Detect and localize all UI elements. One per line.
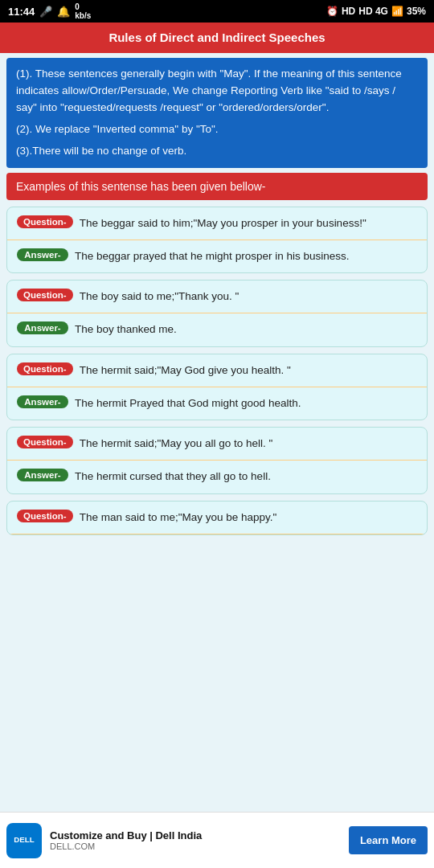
status-right: ⏰ HD HD 4G 📶 35%: [326, 6, 426, 17]
question-badge-1: Question-: [17, 215, 73, 228]
question-badge-4: Question-: [17, 436, 73, 448]
question-text-4: The hermit said;"May you all go to hell.…: [80, 436, 417, 452]
ad-bar: DELL Customize and Buy | Dell India DELL…: [0, 812, 434, 868]
page-title: Rules of Direct and Indirect Speeches: [108, 31, 325, 44]
status-bar: 11:44 🎤 🔔 0kb/s ⏰ HD HD 4G 📶 35%: [0, 0, 434, 23]
answer-badge-2: Answer-: [17, 321, 68, 334]
rules-block: (1). These sentences generally begin wit…: [6, 58, 428, 168]
question-row-1: Question- The beggar said to him;"May yo…: [7, 207, 427, 240]
answer-badge-1: Answer-: [17, 248, 68, 261]
qa-card-2: Question- The boy said to me;"Thank you.…: [6, 280, 428, 347]
ad-text-block: Customize and Buy | Dell India DELL.COM: [50, 829, 341, 851]
question-row-2: Question- The boy said to me;"Thank you.…: [7, 280, 427, 313]
question-badge-5: Question-: [17, 510, 73, 522]
ad-domain: DELL.COM: [50, 841, 341, 851]
answer-badge-3: Answer-: [17, 395, 68, 408]
answer-text-1: The beggar prayed that he might prosper …: [75, 248, 417, 264]
question-badge-3: Question-: [17, 362, 73, 375]
question-row-4: Question- The hermit said;"May you all g…: [7, 428, 427, 461]
question-badge-2: Question-: [17, 289, 73, 301]
battery-icon: 35%: [407, 6, 426, 17]
question-row-5: Question- The man said to me;"May you be…: [7, 502, 427, 534]
qa-card-1: Question- The beggar said to him;"May yo…: [6, 207, 428, 274]
question-text-1: The beggar said to him;"May you prosper …: [80, 215, 417, 231]
question-text-5: The man said to me;"May you be happy.": [80, 510, 417, 526]
answer-row-1: Answer- The beggar prayed that he might …: [7, 240, 427, 272]
alarm-icon: ⏰: [326, 6, 338, 17]
ad-title: Customize and Buy | Dell India: [50, 829, 341, 841]
time: 11:44: [8, 6, 35, 18]
ad-logo: DELL: [6, 823, 42, 858]
svg-text:DELL: DELL: [14, 834, 35, 843]
examples-label: Examples of this sentense has been given…: [16, 180, 266, 193]
signal-icon: 📶: [391, 6, 403, 17]
question-text-2: The boy said to me;"Thank you. ": [80, 289, 417, 305]
qa-card-3: Question- The hermit said;"May God give …: [6, 354, 428, 421]
examples-bar: Examples of this sentense has been given…: [6, 173, 428, 200]
data-icon: 0kb/s: [75, 2, 91, 20]
qa-card-4: Question- The hermit said;"May you all g…: [6, 427, 428, 494]
question-row-3: Question- The hermit said;"May God give …: [7, 354, 427, 387]
status-left: 11:44 🎤 🔔 0kb/s: [8, 2, 91, 20]
answer-text-2: The boy thanked me.: [75, 321, 417, 338]
learn-more-button[interactable]: Learn More: [349, 826, 428, 854]
notification-icon: 🔔: [57, 6, 70, 18]
rule-2: (2). We replace "Inverted comma" by "To"…: [16, 121, 418, 138]
rule-3: (3).There will be no change of verb.: [16, 143, 418, 160]
page-title-bar: Rules of Direct and Indirect Speeches: [0, 23, 434, 53]
answer-row-3: Answer- The hermit Prayed that God might…: [7, 387, 427, 420]
answer-row-4: Answer- The hermit cursed that they all …: [7, 461, 427, 493]
mic-icon: 🎤: [39, 6, 52, 18]
network-icon: HD 4G: [358, 6, 388, 17]
qa-card-5: Question- The man said to me;"May you be…: [6, 501, 428, 535]
hd-icon: HD: [342, 6, 355, 17]
rule-1: (1). These sentences generally begin wit…: [16, 66, 418, 117]
dell-logo-icon: DELL: [12, 829, 36, 853]
answer-badge-4: Answer-: [17, 469, 68, 481]
answer-row-2: Answer- The boy thanked me.: [7, 313, 427, 346]
question-text-3: The hermit said;"May God give you health…: [80, 362, 417, 379]
answer-text-3: The hermit Prayed that God might good he…: [75, 395, 417, 411]
answer-text-4: The hermit cursed that they all go to he…: [75, 469, 417, 485]
